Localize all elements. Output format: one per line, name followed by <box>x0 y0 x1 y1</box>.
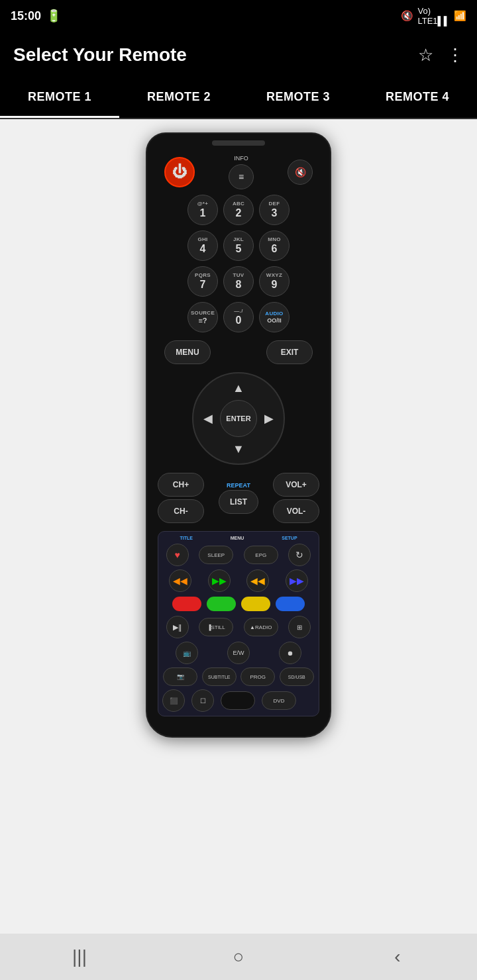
home-nav-button[interactable]: ○ <box>219 946 258 967</box>
source-button[interactable]: SOURCE ≡? <box>187 302 218 332</box>
num1-button[interactable]: @*+ 1 <box>187 195 218 225</box>
fastforward-button[interactable]: ▶▶ <box>208 569 231 592</box>
num8-button[interactable]: TUV 8 <box>223 266 254 297</box>
ch-plus-button[interactable]: CH+ <box>158 473 204 497</box>
tab-remote3[interactable]: REMOTE 3 <box>238 78 358 118</box>
page-title: Select Your Remote <box>13 44 187 66</box>
blue-button[interactable] <box>276 597 305 611</box>
list-button[interactable]: LIST <box>219 490 258 514</box>
back-nav-button[interactable]: ||| <box>60 946 99 967</box>
vol-plus-button[interactable]: VOL+ <box>273 473 319 497</box>
green-button[interactable] <box>207 597 236 611</box>
title-label: TITLE <box>180 536 192 540</box>
repeat-func-button[interactable]: ↻ <box>288 544 311 566</box>
status-icons: 🔇 Vo)LTE1▌▌ 📶 <box>401 6 466 26</box>
dpad-right-button[interactable]: ▶ <box>256 405 282 432</box>
color-buttons <box>162 595 315 612</box>
dpad-up-button[interactable]: ▲ <box>225 375 252 401</box>
tab-remote2[interactable]: REMOTE 2 <box>119 78 238 118</box>
tv-button[interactable]: 📺 <box>176 642 198 664</box>
dpad-left-button[interactable]: ◀ <box>195 405 221 432</box>
more-options-icon[interactable]: ⋮ <box>447 45 464 66</box>
menu-button[interactable]: MENU <box>164 340 211 364</box>
num7-button[interactable]: PQRS 7 <box>187 266 218 297</box>
subtitle-button[interactable]: SUBTITLE <box>202 667 237 686</box>
dvd-button[interactable]: DVD <box>262 691 296 710</box>
mute-icon: 🔇 <box>295 167 306 177</box>
remote-control: ⏻ INFO ≡ 🔇 @*+ 1 ABC 2 DEF <box>146 132 331 738</box>
repeat-label: REPEAT <box>227 482 250 489</box>
next-button[interactable]: ▶▶ <box>286 569 308 592</box>
sub2-button[interactable]: ⬛ <box>162 689 185 712</box>
prev-nav-button[interactable]: ‹ <box>378 946 417 967</box>
dpad: ▲ ▼ ◀ ▶ ENTER <box>192 372 285 465</box>
pip-button[interactable]: 📷 <box>163 667 197 686</box>
ch-minus-button[interactable]: CH- <box>158 499 204 523</box>
rewind-button[interactable]: ◀◀ <box>169 569 191 592</box>
num6-button[interactable]: MNO 6 <box>259 230 290 261</box>
tab-bar: REMOTE 1 REMOTE 2 REMOTE 3 REMOTE 4 <box>0 78 477 119</box>
header: Select Your Remote ☆ ⋮ <box>0 32 477 78</box>
record-button[interactable]: ⏺ <box>279 642 301 664</box>
prev-button[interactable]: ◀◀ <box>246 569 269 592</box>
num5-button[interactable]: JKL 5 <box>223 230 254 261</box>
enter-button[interactable]: ENTER <box>220 400 257 437</box>
heart-button[interactable]: ♥ <box>166 544 189 566</box>
function-section: TITLE MENU SETUP ♥ SLEEP EPG ↻ <box>158 531 319 716</box>
sub3-button[interactable]: ☐ <box>191 689 214 712</box>
play-still-button[interactable]: ▶‖ <box>166 616 189 638</box>
power-icon: ⏻ <box>172 164 187 181</box>
status-bar: 15:00 🔋 🔇 Vo)LTE1▌▌ 📶 <box>0 0 477 32</box>
setup-label: SETUP <box>282 536 297 540</box>
signal-icon: Vo)LTE1▌▌ <box>417 6 450 26</box>
mute-button[interactable]: 🔇 <box>288 160 313 185</box>
battery-icon: 🔋 <box>46 9 61 23</box>
still-button[interactable]: ▐STILL <box>199 618 233 636</box>
exit-button[interactable]: EXIT <box>266 340 313 364</box>
ew-button[interactable]: E/W <box>227 642 250 664</box>
sdusb-button[interactable]: SD/USB <box>280 667 314 686</box>
tab-remote4[interactable]: REMOTE 4 <box>358 78 477 118</box>
epg-button[interactable]: EPG <box>244 546 278 564</box>
bottom-nav: ||| ○ ‹ <box>0 934 477 980</box>
tab-remote1[interactable]: REMOTE 1 <box>0 78 119 118</box>
dpad-down-button[interactable]: ▼ <box>225 436 252 462</box>
info-label: INFO <box>234 155 248 162</box>
num2-button[interactable]: ABC 2 <box>223 195 254 225</box>
power-button[interactable]: ⏻ <box>164 157 195 187</box>
mute-status-icon: 🔇 <box>401 10 413 22</box>
blank-button[interactable] <box>221 691 255 710</box>
favorite-icon[interactable]: ☆ <box>418 45 433 66</box>
num3-button[interactable]: DEF 3 <box>259 195 290 225</box>
info-button[interactable]: ≡ <box>229 164 254 189</box>
sleep-button[interactable]: SLEEP <box>199 546 233 564</box>
status-time: 15:00 <box>11 9 41 23</box>
menu-func-label: MENU <box>231 536 244 540</box>
yellow-button[interactable] <box>241 597 270 611</box>
info-icon: ≡ <box>238 172 244 182</box>
red-button[interactable] <box>172 597 201 611</box>
prog-button[interactable]: PROG <box>240 667 275 686</box>
audio-button[interactable]: AUDIO OO/II <box>259 302 290 332</box>
radio-button[interactable]: ▲RADIO <box>244 618 278 636</box>
num0-button[interactable]: —./ 0 <box>223 302 254 332</box>
num9-button[interactable]: WXYZ 9 <box>259 266 290 297</box>
vol-minus-button[interactable]: VOL- <box>273 499 319 523</box>
wifi-icon: 📶 <box>454 10 466 22</box>
format-button[interactable]: ⊞ <box>288 616 311 638</box>
main-content: ⏻ INFO ≡ 🔇 @*+ 1 ABC 2 DEF <box>0 119 477 934</box>
num4-button[interactable]: GHI 4 <box>187 230 218 261</box>
